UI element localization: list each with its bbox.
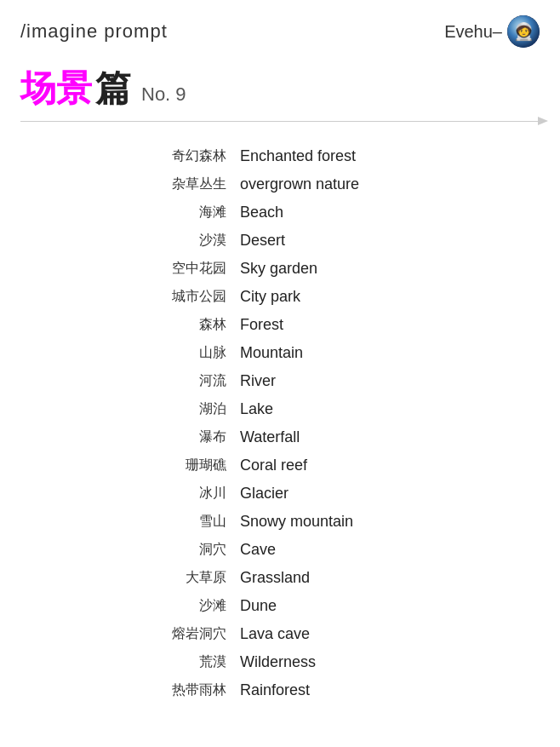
english-label: Waterfall [240,428,410,446]
chinese-label: 山脉 [150,344,226,362]
user-label: Evehu– [444,22,502,42]
list-item: 山脉Mountain [0,339,560,367]
english-label: Coral reef [240,457,410,474]
list-item: 冰川Glacier [0,480,560,508]
chinese-label: 海滩 [150,204,226,221]
list-item: 森林Forest [0,311,560,339]
items-list: 奇幻森林Enchanted forest杂草丛生overgrown nature… [0,142,560,704]
list-item: 熔岩洞穴Lava cave [0,620,560,648]
english-label: Rainforest [240,681,410,699]
chinese-label: 洞穴 [150,541,226,559]
english-label: Desert [240,232,410,250]
chinese-label: 城市公园 [150,288,226,306]
chinese-label: 杂草丛生 [150,175,226,193]
chinese-label: 冰川 [150,485,226,503]
english-label: Wilderness [240,653,410,671]
chinese-label: 瀑布 [150,428,226,446]
list-item: 城市公园City park [0,283,560,311]
list-item: 大草原Grassland [0,564,560,592]
english-label: Forest [240,316,410,334]
heading-suffix: 篇 [95,65,131,112]
list-item: 河流River [0,367,560,395]
list-item: 湖泊Lake [0,395,560,423]
english-label: City park [240,288,410,306]
content-area: 奇幻森林Enchanted forest杂草丛生overgrown nature… [0,122,560,730]
list-item: 热带雨林Rainforest [0,676,560,704]
header-title: /imagine prompt [20,20,168,43]
user-info: Evehu– 🧑‍🚀 [444,15,540,48]
english-label: Cave [240,541,410,559]
astronaut-icon: 🧑‍🚀 [513,21,534,42]
chinese-label: 熔岩洞穴 [150,625,226,643]
list-item: 海滩Beach [0,198,560,227]
chinese-label: 空中花园 [150,260,226,278]
list-item: 奇幻森林Enchanted forest [0,142,560,170]
heading-number: No. 9 [141,83,186,106]
list-item: 杂草丛生overgrown nature [0,170,560,198]
list-item: 荒漠Wilderness [0,648,560,676]
list-item: 空中花园Sky garden [0,255,560,283]
chinese-label: 沙滩 [150,597,226,615]
list-item: 珊瑚礁Coral reef [0,451,560,480]
header: /imagine prompt Evehu– 🧑‍🚀 [0,0,560,58]
chinese-label: 河流 [150,372,226,390]
english-label: Snowy mountain [240,513,410,531]
english-label: Sky garden [240,260,410,278]
chinese-label: 热带雨林 [150,681,226,699]
page-heading: 场景篇No. 9 [0,58,560,116]
chinese-label: 大草原 [150,569,226,587]
english-label: Dune [240,597,410,615]
chinese-label: 荒漠 [150,653,226,671]
english-label: Lava cave [240,625,410,643]
list-item: 瀑布Waterfall [0,423,560,451]
list-item: 雪山Snowy mountain [0,508,560,536]
english-label: Glacier [240,485,410,503]
english-label: Grassland [240,569,410,587]
chinese-label: 湖泊 [150,400,226,418]
list-item: 洞穴Cave [0,536,560,564]
heading-chinese: 场景 [20,65,92,112]
chinese-label: 森林 [150,316,226,334]
list-item: 沙漠Desert [0,227,560,255]
list-item: 沙滩Dune [0,592,560,620]
english-label: Lake [240,400,410,418]
english-label: River [240,372,410,390]
chinese-label: 沙漠 [150,232,226,250]
english-label: Beach [240,204,410,221]
chinese-label: 奇幻森林 [150,147,226,165]
section-divider [20,121,540,122]
chinese-label: 雪山 [150,513,226,531]
english-label: overgrown nature [240,175,410,193]
english-label: Mountain [240,344,410,362]
chinese-label: 珊瑚礁 [150,457,226,474]
avatar[interactable]: 🧑‍🚀 [507,15,540,48]
english-label: Enchanted forest [240,147,410,165]
